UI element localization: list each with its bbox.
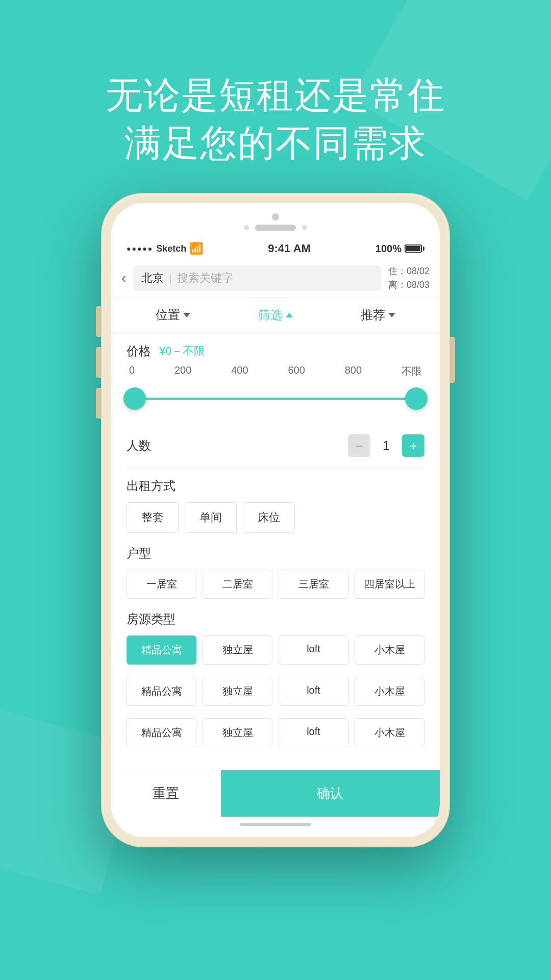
home-indicator — [111, 817, 440, 837]
property-standalone-1[interactable]: 独立屋 — [203, 635, 272, 665]
property-type-row-2: 精品公寓 独立屋 loft 小木屋 — [127, 677, 424, 706]
rental-type-single[interactable]: 单间 — [185, 502, 237, 533]
rental-type-whole[interactable]: 整套 — [127, 502, 179, 533]
front-camera — [272, 213, 279, 220]
property-type-row-3: 精品公寓 独立屋 loft 小木屋 — [127, 718, 424, 747]
recommend-tab[interactable]: 推荐 — [361, 307, 395, 323]
property-standalone-2[interactable]: 独立屋 — [203, 677, 272, 706]
status-right: 100% — [375, 243, 424, 255]
rental-type-bed[interactable]: 床位 — [243, 502, 295, 533]
filter-chevron-up-icon — [286, 313, 293, 317]
price-scale-600: 600 — [288, 364, 305, 378]
property-cabin-1[interactable]: 小木屋 — [355, 635, 424, 665]
hero-title: 无论是短租还是常住 满足您的不同需求 — [0, 71, 551, 167]
slider-thumb-right[interactable] — [405, 387, 428, 410]
search-placeholder: 搜索关键字 — [177, 271, 233, 286]
price-scale-200: 200 — [174, 364, 191, 378]
location-tab[interactable]: 位置 — [156, 307, 190, 323]
house-type-options: 一居室 二居室 三居室 四居室以上 — [127, 570, 424, 599]
people-counter: － 1 ＋ — [348, 434, 424, 457]
search-bar: ‹ 北京 | 搜索关键字 住：08/02 离：08/03 — [111, 259, 440, 298]
people-increment-button[interactable]: ＋ — [402, 434, 424, 457]
property-loft-2[interactable]: loft — [279, 677, 348, 706]
property-type-title: 房源类型 — [127, 611, 424, 627]
property-boutique-apt-2[interactable]: 精品公寓 — [127, 677, 196, 706]
status-bar: ●●●●● Sketch 📶 9:41 AM 100% — [111, 238, 440, 259]
battery-icon — [405, 244, 424, 253]
search-city: 北京 — [141, 271, 164, 286]
property-boutique-apt-3[interactable]: 精品公寓 — [127, 718, 196, 747]
status-time: 9:41 AM — [268, 242, 311, 255]
price-scale-400: 400 — [231, 364, 248, 378]
price-range: ¥0－不限 — [159, 344, 205, 359]
filter-tabs: 位置 筛选 推荐 — [111, 298, 440, 333]
search-divider: | — [169, 272, 172, 285]
house-type-3br[interactable]: 三居室 — [279, 570, 348, 599]
phone-mockup: ●●●●● Sketch 📶 9:41 AM 100% — [102, 194, 449, 846]
app-content: ‹ 北京 | 搜索关键字 住：08/02 离：08/03 位置 — [111, 259, 440, 817]
wifi-icon: 📶 — [189, 242, 203, 255]
price-section-label: 价格 ¥0－不限 — [127, 343, 424, 359]
wifi-label: Sketch — [156, 243, 186, 254]
property-cabin-2[interactable]: 小木屋 — [355, 677, 424, 706]
price-scale-800: 800 — [345, 364, 362, 378]
hero-section: 无论是短租还是常住 满足您的不同需求 — [0, 71, 551, 167]
signal-dots: ●●●●● — [127, 244, 153, 253]
house-type-4br-plus[interactable]: 四居室以上 — [355, 570, 424, 599]
rental-type-title: 出租方式 — [127, 478, 424, 494]
reset-button[interactable]: 重置 — [111, 770, 221, 817]
phone-screen: ●●●●● Sketch 📶 9:41 AM 100% — [111, 203, 440, 837]
phone-dot-right — [302, 225, 307, 230]
phone-top-hardware — [111, 203, 440, 238]
phone-shell: ●●●●● Sketch 📶 9:41 AM 100% — [102, 194, 449, 846]
slider-thumb-left[interactable] — [123, 387, 146, 410]
phone-dot-left — [244, 225, 249, 230]
people-row: 人数 － 1 ＋ — [127, 424, 424, 468]
filter-tab[interactable]: 筛选 — [258, 307, 293, 323]
price-label: 价格 — [127, 343, 151, 359]
bottom-actions: 重置 确认 — [111, 770, 440, 817]
house-type-2br[interactable]: 二居室 — [203, 570, 272, 599]
search-input-area[interactable]: 北京 | 搜索关键字 — [133, 265, 381, 291]
property-boutique-apt-1[interactable]: 精品公寓 — [127, 635, 196, 665]
phone-speaker — [255, 225, 296, 231]
battery-percent: 100% — [375, 243, 402, 255]
confirm-button[interactable]: 确认 — [221, 770, 440, 817]
rental-type-options: 整套 单间 床位 — [127, 502, 424, 533]
date-info: 住：08/02 离：08/03 — [388, 264, 430, 292]
slider-track — [127, 398, 424, 400]
recommend-label: 推荐 — [361, 307, 385, 323]
recommend-chevron-down-icon — [388, 313, 395, 317]
price-scale: 0 200 400 600 800 不限 — [127, 364, 424, 378]
property-type-row-1: 精品公寓 独立屋 loft 小木屋 — [127, 635, 424, 665]
status-left: ●●●●● Sketch 📶 — [127, 242, 203, 255]
price-scale-0: 0 — [129, 364, 135, 378]
checkin-date: 住：08/02 — [388, 264, 430, 278]
hero-line1: 无论是短租还是常住 — [106, 75, 445, 115]
property-standalone-3[interactable]: 独立屋 — [203, 718, 272, 747]
location-label: 位置 — [156, 307, 180, 323]
people-label: 人数 — [127, 437, 151, 454]
price-scale-max: 不限 — [402, 364, 422, 378]
property-loft-3[interactable]: loft — [279, 718, 348, 747]
speaker-row — [244, 225, 307, 231]
people-count-value: 1 — [379, 438, 394, 454]
home-bar — [240, 823, 311, 826]
back-button[interactable]: ‹ — [121, 270, 126, 286]
people-decrement-button[interactable]: － — [348, 434, 370, 457]
property-loft-1[interactable]: loft — [279, 635, 348, 665]
location-chevron-down-icon — [183, 313, 190, 317]
filter-panel: 价格 ¥0－不限 0 200 400 600 800 不限 — [111, 333, 440, 770]
filter-label: 筛选 — [258, 307, 283, 323]
house-type-title: 户型 — [127, 545, 424, 561]
house-type-1br[interactable]: 一居室 — [127, 570, 196, 599]
price-slider[interactable] — [127, 383, 424, 414]
property-cabin-3[interactable]: 小木屋 — [355, 718, 424, 747]
checkout-date: 离：08/03 — [388, 278, 430, 292]
hero-line2: 满足您的不同需求 — [124, 122, 427, 163]
